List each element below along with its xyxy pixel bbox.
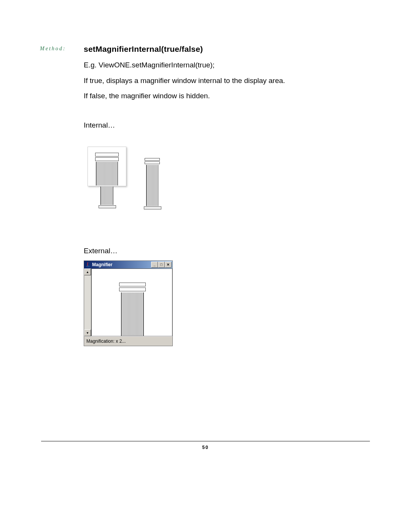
document-page: Method: setMagnifierInternal(true/false)… (0, 0, 411, 532)
desc-false: If false, the magnifier window is hidden… (84, 92, 210, 100)
chevron-up-icon: ▲ (86, 270, 89, 274)
status-bar: Magnification: x 2... (84, 336, 172, 346)
column-small-icon (145, 158, 160, 209)
magnification-status: Magnification: x 2... (86, 339, 126, 344)
magnifier-window: Magnifier _ □ ✕ ▲ ▼ Mag (84, 260, 173, 346)
java-icon (85, 262, 91, 267)
method-heading: setMagnifierInternal(true/false) (84, 45, 203, 54)
window-title: Magnifier (92, 262, 151, 267)
desc-true: If true, displays a magnifier window int… (84, 77, 285, 85)
internal-label: Internal… (84, 121, 115, 129)
close-icon: ✕ (167, 263, 170, 267)
magnifier-viewport[interactable] (91, 268, 172, 336)
scroll-up-button[interactable]: ▲ (84, 268, 91, 275)
method-label: Method: (40, 46, 66, 52)
close-button[interactable]: ✕ (165, 262, 172, 268)
scroll-down-button[interactable]: ▼ (84, 329, 91, 336)
maximize-icon: □ (160, 263, 162, 267)
scroll-track-lower[interactable] (84, 321, 91, 329)
chevron-down-icon: ▼ (86, 331, 89, 335)
minimize-button[interactable]: _ (151, 262, 158, 268)
external-label: External… (84, 247, 118, 255)
window-titlebar[interactable]: Magnifier _ □ ✕ (84, 261, 172, 268)
column-large-icon (95, 153, 119, 185)
minimize-icon: _ (153, 263, 155, 267)
vertical-scrollbar[interactable]: ▲ ▼ (84, 268, 91, 336)
column-zoomed-icon (119, 283, 146, 336)
footer-rule (41, 441, 370, 441)
scroll-track-upper[interactable] (84, 275, 91, 321)
window-body: ▲ ▼ (84, 268, 172, 336)
example-line: E.g. ViewONE.setMagnifierInternal(true); (84, 61, 215, 69)
maximize-button[interactable]: □ (158, 262, 165, 268)
svg-point-0 (86, 266, 90, 267)
page-number: 50 (0, 445, 411, 450)
internal-illustration (84, 143, 179, 215)
column-continuation-icon (100, 187, 114, 208)
